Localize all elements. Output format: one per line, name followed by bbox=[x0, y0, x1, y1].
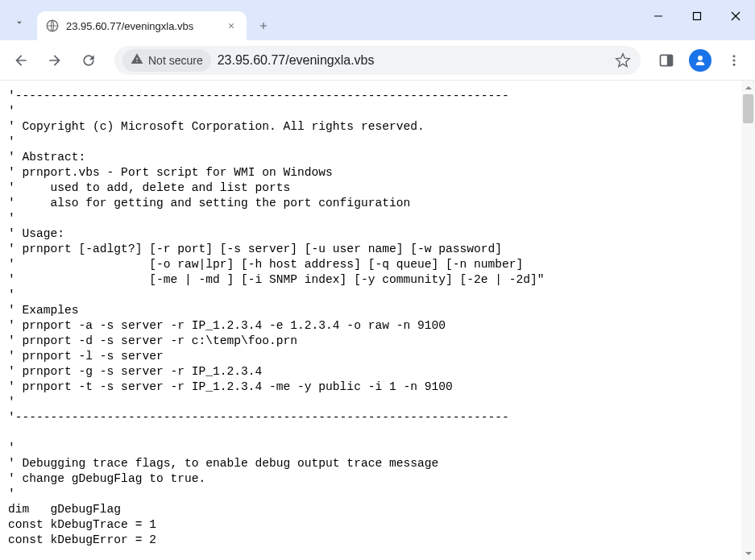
browser-toolbar: Not secure 23.95.60.77/eveningxla.vbs bbox=[0, 40, 755, 81]
close-icon[interactable] bbox=[224, 19, 239, 33]
side-panel-icon[interactable] bbox=[652, 46, 681, 75]
globe-icon bbox=[45, 19, 60, 33]
security-chip[interactable]: Not secure bbox=[122, 49, 211, 72]
url-text: 23.95.60.77/eveningxla.vbs bbox=[218, 53, 607, 68]
warning-icon bbox=[131, 52, 143, 68]
window-close-button[interactable] bbox=[716, 0, 755, 32]
svg-rect-4 bbox=[667, 55, 673, 65]
svg-point-7 bbox=[733, 59, 736, 61]
security-text: Not secure bbox=[148, 54, 203, 67]
svg-rect-1 bbox=[654, 16, 662, 17]
window-controls bbox=[639, 0, 755, 32]
file-text[interactable]: '---------------------------------------… bbox=[0, 81, 741, 556]
svg-rect-2 bbox=[694, 13, 701, 20]
maximize-button[interactable] bbox=[678, 0, 716, 32]
tab-title: 23.95.60.77/eveningxla.vbs bbox=[66, 20, 218, 32]
scrollbar-thumb[interactable] bbox=[743, 94, 753, 123]
svg-point-6 bbox=[733, 55, 736, 57]
scroll-up-arrow-icon[interactable] bbox=[741, 81, 755, 94]
profile-avatar[interactable] bbox=[686, 46, 715, 75]
vertical-scrollbar[interactable] bbox=[741, 81, 755, 560]
forward-button[interactable] bbox=[40, 46, 69, 75]
new-tab-button[interactable] bbox=[251, 14, 276, 38]
menu-button[interactable] bbox=[720, 46, 749, 75]
bookmark-star-icon[interactable] bbox=[613, 51, 633, 70]
address-bar[interactable]: Not secure 23.95.60.77/eveningxla.vbs bbox=[114, 46, 641, 75]
back-button[interactable] bbox=[6, 46, 35, 75]
content-viewport: '---------------------------------------… bbox=[0, 81, 741, 560]
avatar-icon bbox=[689, 49, 711, 72]
svg-point-5 bbox=[698, 56, 703, 60]
reload-button[interactable] bbox=[74, 46, 103, 75]
page-content-area: '---------------------------------------… bbox=[0, 81, 755, 560]
minimize-button[interactable] bbox=[639, 0, 678, 32]
active-tab[interactable]: 23.95.60.77/eveningxla.vbs bbox=[37, 11, 247, 40]
browser-titlebar: 23.95.60.77/eveningxla.vbs bbox=[0, 0, 755, 40]
svg-point-8 bbox=[733, 63, 736, 65]
tab-search-dropdown[interactable] bbox=[6, 10, 32, 35]
scroll-down-arrow-icon[interactable] bbox=[741, 546, 755, 560]
